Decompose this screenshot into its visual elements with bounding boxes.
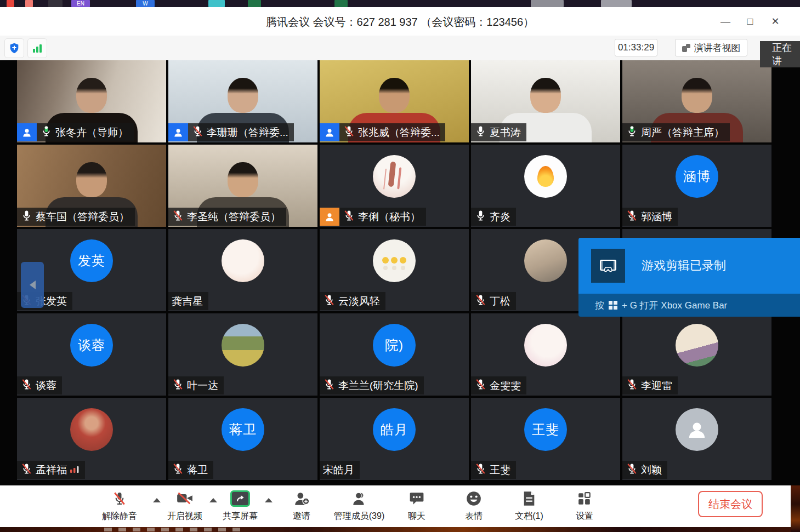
participant-tile[interactable]: 周严（答辩主席） [622, 60, 771, 142]
participant-label-row: 张兆威（答辩委... [320, 123, 445, 141]
avatar-initials: 皓月 [381, 421, 408, 438]
speaker-view-button[interactable]: 演讲者视图 [675, 39, 747, 56]
participant-tile[interactable]: 叶一达 [168, 313, 317, 396]
mic-status-icon [343, 209, 355, 224]
mic-status-icon [40, 125, 53, 140]
name-label-bar: 谈蓉 [17, 376, 62, 394]
background-app-icon [334, 0, 348, 7]
participant-tile[interactable]: 云淡风轻 [320, 229, 469, 311]
flame-avatar-art [537, 166, 554, 187]
shortcut-suffix: + G 打开 Xbox Game Bar [622, 299, 727, 312]
meeting-controls-bar: 01:33:29 演讲者视图 [0, 36, 800, 61]
participant-name: 夏书涛 [490, 125, 521, 140]
invite-label: 邀请 [293, 511, 310, 522]
participant-label-row: 宋皓月 [320, 461, 360, 479]
minimize-button[interactable]: — [716, 14, 735, 29]
participant-tile[interactable]: 齐炎 [471, 145, 620, 227]
participant-avatar [676, 324, 718, 367]
participant-name: 李迎雷 [641, 379, 672, 393]
participant-name: 李俐（秘书） [358, 210, 421, 224]
now-speaking-label: 正在讲 [772, 41, 800, 67]
mic-status-icon [191, 125, 204, 140]
participant-label-row: 云淡风轻 [320, 292, 385, 310]
participant-tile[interactable]: 李珊珊（答辩委... [168, 60, 317, 142]
mic-status-icon [626, 378, 638, 393]
xbox-toast-shortcut: 按 + G 打开 Xbox Game Bar [578, 294, 800, 317]
participant-label-row: 孟祥福 [17, 461, 85, 479]
background-app-icon [208, 0, 225, 7]
participant-tile[interactable]: 涵博 郭涵博 [622, 145, 771, 227]
participant-tile[interactable]: 李圣纯（答辩委员） [168, 145, 317, 227]
participant-tile[interactable]: 李迎雷 [622, 313, 771, 396]
participant-tile[interactable]: 刘颖 [622, 398, 771, 480]
name-label-bar: 李圣纯（答辩委员） [168, 208, 286, 226]
xbox-toast-main: 游戏剪辑已录制 [578, 238, 800, 294]
participant-label-row: 丁松 [471, 292, 516, 310]
participant-tile[interactable]: 张冬卉（导师） [17, 60, 166, 142]
participant-tile[interactable]: 谈蓉 谈蓉 [17, 313, 166, 396]
mic-status-icon [626, 125, 638, 140]
mic-status-icon [20, 462, 33, 477]
role-badge-icon [17, 123, 37, 141]
participant-tile[interactable]: 孟祥福 [17, 398, 166, 480]
participant-tile[interactable]: 龚吉星 [168, 229, 317, 311]
participant-tile[interactable]: 皓月 宋皓月 [320, 398, 469, 480]
participant-tile[interactable]: 蔡车国（答辩委员） [17, 145, 166, 227]
mic-status-icon [474, 462, 487, 477]
sidebar-collapse-handle[interactable] [21, 262, 44, 308]
participant-name: 李兰兰(研究生院) [338, 379, 418, 393]
name-label-bar: 夏书涛 [471, 123, 526, 141]
participant-name: 郭涵博 [641, 210, 672, 224]
windows-logo-icon [609, 301, 617, 310]
participant-avatar [373, 239, 416, 282]
signal-bars-icon [32, 43, 43, 54]
participant-tile[interactable]: 金雯雯 [471, 313, 620, 396]
mic-status-icon [172, 378, 184, 393]
background-app-icon [248, 0, 261, 7]
participant-label-row: 李俐（秘书） [320, 208, 426, 226]
name-label-bar: 李俐（秘书） [339, 208, 426, 226]
participant-label-row: 李珊珊（答辩委... [168, 123, 294, 141]
participant-tile[interactable]: 李俐（秘书） [320, 145, 469, 227]
end-meeting-button[interactable]: 结束会议 [698, 491, 763, 517]
participant-name: 龚吉星 [172, 294, 203, 308]
participant-tile[interactable]: 蒋卫 蒋卫 [168, 398, 317, 480]
settings-icon [577, 490, 592, 507]
mic-status-icon [343, 125, 355, 140]
chevron-left-icon [30, 281, 36, 289]
participant-avatar: 涵博 [676, 155, 718, 198]
avatar-initials: 蒋卫 [229, 421, 257, 438]
name-label-bar: 张兆威（答辩委... [339, 123, 445, 141]
participant-name: 张冬卉（导师） [55, 125, 128, 140]
maximize-button[interactable]: □ [741, 14, 759, 29]
name-label-bar: 郭涵博 [622, 208, 678, 226]
close-button[interactable]: ✕ [766, 14, 785, 29]
participant-tile[interactable]: 夏书涛 [471, 60, 620, 142]
unmute-label: 解除静音 [102, 511, 137, 522]
participant-label-row: 夏书涛 [471, 123, 526, 141]
desktop-wallpaper-right-strip [791, 485, 800, 532]
xbox-toast-title: 游戏剪辑已录制 [642, 258, 726, 274]
participant-label-row: 周严（答辩主席） [622, 123, 730, 141]
name-label-bar: 李兰兰(研究生院) [320, 376, 424, 394]
network-quality-button[interactable] [27, 38, 47, 58]
mic-status-icon [474, 378, 487, 393]
meeting-security-button[interactable] [4, 38, 24, 58]
mic-status-icon [323, 378, 336, 393]
participant-avatar [70, 408, 113, 451]
background-app-icon [531, 0, 564, 7]
participant-tile[interactable]: 王斐 王斐 [471, 398, 620, 480]
participant-tile[interactable]: 张兆威（答辩委... [320, 60, 469, 142]
participant-tile[interactable]: 院) 李兰兰(研究生院) [320, 313, 469, 396]
xbox-game-bar-toast[interactable]: 游戏剪辑已录制 按 + G 打开 Xbox Game Bar [578, 238, 800, 317]
mic-status-icon [474, 294, 487, 308]
mic-status-icon [172, 209, 184, 224]
settings-label: 设置 [576, 511, 593, 522]
role-badge-icon [320, 208, 339, 226]
mic-status-icon [474, 125, 487, 140]
name-label-bar: 孟祥福 [17, 461, 85, 479]
settings-button[interactable]: 设置 [535, 490, 634, 522]
shield-plus-icon [8, 42, 20, 54]
participant-name: 叶一达 [187, 379, 218, 393]
participant-name: 丁松 [490, 294, 510, 308]
